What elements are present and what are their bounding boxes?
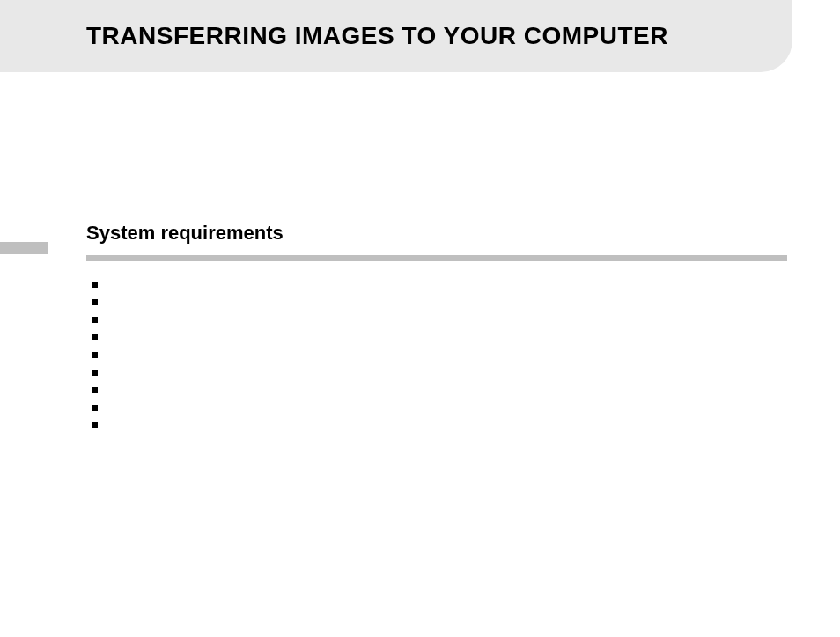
list-item	[92, 381, 840, 399]
bullet-square-icon	[92, 387, 98, 393]
side-tab-marker	[0, 242, 48, 254]
bullet-square-icon	[92, 405, 98, 411]
list-item	[92, 275, 840, 293]
list-item	[92, 293, 840, 311]
list-item	[92, 416, 840, 434]
list-item	[92, 311, 840, 328]
requirements-list	[92, 275, 840, 434]
bullet-square-icon	[92, 352, 98, 358]
list-item	[92, 346, 840, 363]
list-item	[92, 399, 840, 416]
bullet-square-icon	[92, 282, 98, 288]
bullet-square-icon	[92, 317, 98, 323]
list-item	[92, 328, 840, 346]
page-title: TRANSFERRING IMAGES TO YOUR COMPUTER	[86, 22, 668, 50]
bullet-square-icon	[92, 370, 98, 376]
section-container: System requirements	[0, 222, 840, 434]
header-banner: TRANSFERRING IMAGES TO YOUR COMPUTER	[0, 0, 792, 72]
section-divider	[86, 255, 787, 261]
list-item	[92, 363, 840, 381]
bullet-square-icon	[92, 422, 98, 428]
section-heading: System requirements	[86, 222, 840, 245]
bullet-square-icon	[92, 299, 98, 305]
bullet-square-icon	[92, 334, 98, 340]
